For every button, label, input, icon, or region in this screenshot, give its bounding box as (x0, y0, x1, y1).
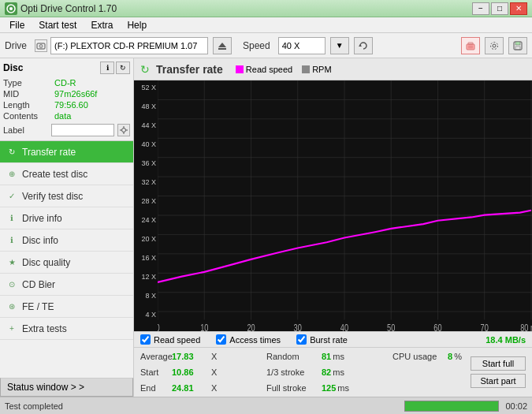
disc-label-settings-btn[interactable] (117, 124, 130, 136)
svg-marker-5 (218, 43, 226, 47)
create-disc-icon: ⊕ (6, 169, 17, 180)
disc-refresh-btn[interactable]: ↻ (116, 62, 130, 74)
checkbox-burst-rate-label: Burst rate (310, 335, 348, 345)
refresh-button[interactable] (354, 37, 373, 54)
nav-transfer-rate[interactable]: ↻ Transfer rate (0, 141, 133, 163)
maximize-button[interactable]: □ (491, 2, 508, 15)
stat-random-label: Random (266, 352, 322, 361)
nav-disc-info[interactable]: ℹ Disc info (0, 229, 133, 252)
stat-full-stroke-val: 125 (322, 383, 336, 393)
menu-start-test[interactable]: Start test (32, 18, 83, 32)
speed-select[interactable]: 40 X (278, 37, 326, 54)
stat-end-val: 24.81 (172, 383, 211, 393)
nav-create-test-disc[interactable]: ⊕ Create test disc (0, 163, 133, 185)
status-time: 00:02 (505, 401, 527, 411)
burst-rate-value: 18.4 MB/s (485, 335, 526, 345)
stat-end-key: End (140, 383, 172, 393)
svg-text:40: 40 (340, 322, 348, 331)
checkbox-read-speed: Read speed (140, 334, 200, 345)
close-button[interactable]: ✕ (510, 2, 527, 15)
stats-col-3: CPU usage 8 % (392, 349, 471, 395)
stats-col-4: Start full Start part (471, 349, 526, 395)
svg-rect-16 (515, 42, 520, 45)
nav-transfer-rate-label: Transfer rate (22, 147, 76, 158)
nav-disc-info-label: Disc info (22, 235, 58, 246)
stat-average-val: 17.83 (172, 352, 211, 361)
nav-disc-quality[interactable]: ★ Disc quality (0, 252, 133, 274)
minimize-button[interactable]: − (472, 2, 489, 15)
start-part-button[interactable]: Start part (471, 374, 526, 388)
stat-average-key: Average (140, 352, 172, 361)
nav-drive-info[interactable]: ℹ Drive info (0, 207, 133, 229)
stats-checkboxes: Read speed Access times Burst rate 18.4 … (134, 332, 532, 348)
disc-type-row: Type CD-R (3, 77, 130, 88)
svg-text:20: 20 (247, 322, 255, 331)
nav-fe-te[interactable]: ⊛ FE / TE (0, 296, 133, 318)
stat-full-stroke-row: Full stroke 125 ms (266, 381, 392, 395)
chart-legend: Read speed RPM (236, 65, 332, 74)
nav-verify-disc-label: Verify test disc (22, 191, 83, 202)
checkbox-burst-rate-input[interactable] (296, 334, 307, 345)
save-button[interactable] (508, 37, 527, 54)
menubar: File Start test Extra Help (0, 17, 532, 33)
drive-icon (35, 39, 47, 52)
svg-marker-7 (359, 44, 362, 47)
chart-container: 52 X 48 X 44 X 40 X 36 X 32 X 28 X 24 X … (134, 80, 532, 331)
nav-cd-bier[interactable]: ⊙ CD Bier (0, 274, 133, 296)
settings-button[interactable] (485, 37, 504, 54)
stat-random-row: Random 81 ms (266, 349, 392, 364)
checkbox-read-speed-input[interactable] (140, 334, 151, 345)
disc-label-input[interactable] (51, 124, 114, 136)
svg-text:0: 0 (158, 322, 160, 331)
disc-info-btn[interactable]: ℹ (100, 62, 114, 74)
nav-disc-quality-label: Disc quality (22, 257, 70, 268)
main-layout: Disc ℹ ↻ Type CD-R MID 97m26s66f Length … (0, 58, 532, 397)
status-text: Test completed (5, 401, 404, 411)
checkbox-burst-rate: Burst rate (296, 334, 348, 345)
titlebar: Opti Drive Control 1.70 − □ ✕ (0, 0, 532, 17)
menu-file[interactable]: File (3, 18, 31, 32)
menu-extra[interactable]: Extra (84, 18, 119, 32)
clear-button[interactable] (461, 37, 480, 54)
svg-text:60: 60 (433, 322, 441, 331)
disc-length-val: 79:56.60 (54, 100, 88, 110)
stats-col-2: Random 81 ms 1/3 stroke 82 ms Full strok… (266, 349, 392, 395)
nav-items: ↻ Transfer rate ⊕ Create test disc ✓ Ver… (0, 141, 133, 340)
titlebar-left: Opti Drive Control 1.70 (5, 2, 117, 15)
chart-icon: ↻ (140, 63, 150, 76)
checkbox-access-times: Access times (216, 334, 281, 345)
status-window-button[interactable]: Status window > > (0, 378, 133, 397)
app-title: Opti Drive Control 1.70 (20, 3, 117, 14)
drive-label: Drive (5, 40, 27, 51)
stat-full-stroke-label: Full stroke (266, 383, 322, 393)
checkbox-access-times-input[interactable] (216, 334, 226, 345)
stat-random-val: 81 (322, 352, 331, 361)
disc-contents-val: data (54, 111, 71, 121)
drive-select[interactable]: (F:) PLEXTOR CD-R PREMIUM 1.07 (50, 37, 208, 54)
disc-label-row: Label (3, 123, 130, 137)
disc-mid-row: MID 97m26s66f (3, 88, 130, 99)
chart-title: Transfer rate (156, 63, 223, 76)
drive-toolbar: Drive (F:) PLEXTOR CD-R PREMIUM 1.07 Spe… (0, 33, 532, 58)
menu-help[interactable]: Help (121, 18, 153, 32)
checkbox-read-speed-label: Read speed (154, 335, 200, 345)
y-label-24: 24 X (134, 216, 156, 224)
statusbar: Test completed 00:02 (0, 397, 532, 414)
drive-eject-button[interactable] (213, 37, 232, 54)
start-full-button[interactable]: Start full (471, 356, 526, 371)
nav-extra-tests[interactable]: + Extra tests (0, 318, 133, 340)
nav-fe-te-label: FE / TE (22, 301, 54, 312)
speed-dropdown-btn[interactable]: ▼ (330, 37, 349, 54)
app-icon (5, 2, 17, 15)
svg-text:50: 50 (387, 322, 395, 331)
disc-info-panel: Type CD-R MID 97m26s66f Length 79:56.60 … (3, 77, 130, 137)
svg-rect-6 (218, 48, 226, 50)
legend-read-speed-label: Read speed (246, 65, 292, 74)
progress-bar-fill (405, 401, 498, 411)
legend-read-speed: Read speed (236, 65, 292, 74)
svg-point-4 (41, 46, 42, 47)
svg-text:80 min: 80 min (520, 322, 532, 331)
nav-verify-test-disc[interactable]: ✓ Verify test disc (0, 185, 133, 207)
nav-create-disc-label: Create test disc (22, 169, 87, 180)
y-label-20: 20 X (134, 235, 156, 243)
